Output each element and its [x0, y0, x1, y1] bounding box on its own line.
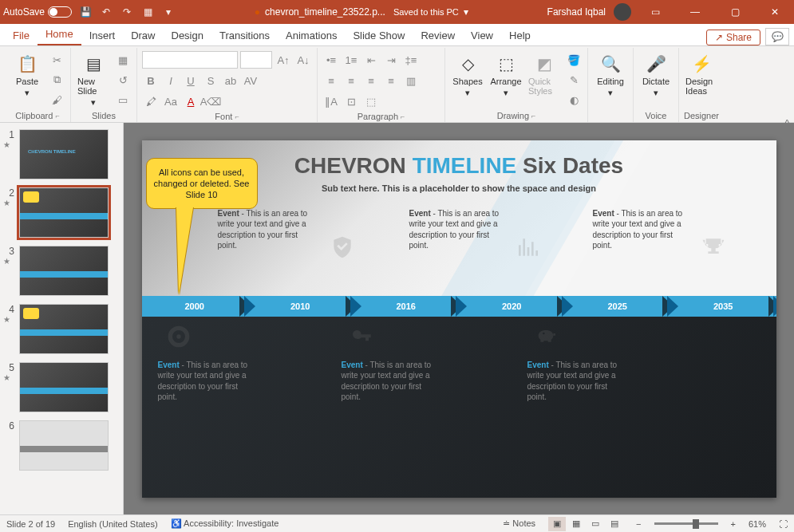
- qat-dropdown-icon[interactable]: ▾: [161, 5, 176, 19]
- dialog-launcher-icon[interactable]: ⌐: [55, 112, 59, 120]
- shape-fill-icon[interactable]: 🪣: [565, 51, 583, 69]
- minimize-icon[interactable]: —: [679, 0, 711, 24]
- user-name[interactable]: Farshad Iqbal: [547, 6, 606, 18]
- format-painter-icon[interactable]: 🖌: [48, 91, 65, 108]
- reset-icon[interactable]: ↺: [114, 71, 132, 89]
- event-text-top[interactable]: Event - This is an area to write your te…: [409, 208, 505, 251]
- tab-view[interactable]: View: [463, 26, 501, 45]
- shape-outline-icon[interactable]: ✎: [565, 71, 583, 89]
- cut-icon[interactable]: ✂: [48, 51, 65, 69]
- increase-indent-icon[interactable]: ⇥: [382, 51, 400, 69]
- slide-sorter-icon[interactable]: ▦: [567, 517, 585, 531]
- autosave-toggle[interactable]: [48, 6, 72, 18]
- slide-editor-canvas[interactable]: CHEVRON TIMELINE Six Dates Sub text here…: [124, 123, 794, 514]
- event-text-bottom[interactable]: Event - This is an area to write your te…: [342, 360, 437, 403]
- italic-icon[interactable]: I: [162, 72, 180, 89]
- zoom-in-icon[interactable]: +: [731, 519, 736, 529]
- arrange-button[interactable]: ⬚Arrange▾: [488, 51, 523, 100]
- font-family-select[interactable]: [142, 51, 238, 69]
- design-ideas-button[interactable]: ⚡Design Ideas: [684, 51, 719, 97]
- share-button[interactable]: ↗ Share: [706, 30, 760, 45]
- justify-icon[interactable]: ≡: [382, 72, 400, 89]
- text-direction-icon[interactable]: ‖A: [322, 93, 340, 110]
- copy-icon[interactable]: ⧉: [48, 71, 65, 89]
- redo-icon[interactable]: ↷: [120, 5, 134, 19]
- paste-button[interactable]: 📋 Paste ▾: [10, 51, 45, 100]
- tab-file[interactable]: File: [5, 26, 38, 45]
- event-text-top[interactable]: Event - This is an area to write your te…: [593, 208, 689, 251]
- normal-view-icon[interactable]: ▣: [548, 517, 566, 531]
- bullets-icon[interactable]: •≡: [322, 51, 340, 69]
- columns-icon[interactable]: ▥: [402, 72, 420, 89]
- start-from-beginning-icon[interactable]: ▦: [140, 5, 155, 19]
- dialog-launcher-icon[interactable]: ⌐: [531, 112, 535, 120]
- save-status-dropdown-icon[interactable]: ▾: [464, 6, 468, 18]
- tab-transitions[interactable]: Transitions: [211, 26, 278, 45]
- shapes-button[interactable]: ◇Shapes▾: [450, 51, 485, 100]
- accessibility-status[interactable]: ♿ Accessibility: Investigate: [171, 518, 279, 529]
- thumbnail-6[interactable]: 6: [3, 420, 120, 471]
- slideshow-view-icon[interactable]: ▤: [606, 517, 623, 531]
- tab-slideshow[interactable]: Slide Show: [345, 26, 413, 45]
- tab-design[interactable]: Design: [164, 26, 211, 45]
- align-right-icon[interactable]: ≡: [362, 72, 380, 89]
- thumbnail-3[interactable]: 3★: [3, 246, 120, 296]
- layout-icon[interactable]: ▦: [114, 51, 132, 69]
- tab-draw[interactable]: Draw: [123, 26, 163, 45]
- line-spacing-icon[interactable]: ‡≡: [402, 51, 420, 69]
- underline-icon[interactable]: U: [182, 72, 199, 89]
- thumbnail-4[interactable]: 4★: [3, 304, 120, 354]
- tab-home[interactable]: Home: [38, 24, 81, 45]
- slide-position[interactable]: Slide 2 of 19: [6, 519, 55, 529]
- shape-effects-icon[interactable]: ◐: [565, 91, 583, 108]
- align-text-icon[interactable]: ⊡: [342, 93, 360, 110]
- tab-animations[interactable]: Animations: [278, 26, 345, 45]
- align-left-icon[interactable]: ≡: [322, 72, 340, 89]
- maximize-icon[interactable]: ▢: [719, 0, 751, 24]
- slide-preview[interactable]: CHEVRON TIMELINE Six Dates Sub text here…: [142, 140, 776, 498]
- section-icon[interactable]: ▭: [114, 91, 132, 108]
- slide-thumbnail-panel[interactable]: 1★CHEVRON TIMELINE 2★ 3★ 4★ 5★ 6: [0, 123, 124, 514]
- zoom-out-icon[interactable]: −: [636, 519, 641, 529]
- dictate-button[interactable]: 🎤Dictate▾: [638, 51, 674, 100]
- dialog-launcher-icon[interactable]: ⌐: [235, 112, 239, 120]
- user-avatar[interactable]: [614, 3, 631, 21]
- tab-help[interactable]: Help: [501, 26, 539, 45]
- thumbnail-5[interactable]: 5★: [3, 362, 120, 412]
- decrease-font-icon[interactable]: A↓: [294, 51, 312, 69]
- thumbnail-1[interactable]: 1★CHEVRON TIMELINE: [3, 129, 120, 179]
- reading-view-icon[interactable]: ▭: [587, 517, 604, 531]
- comments-button[interactable]: 💬: [765, 28, 789, 45]
- fit-to-window-icon[interactable]: ⛶: [779, 519, 788, 529]
- undo-icon[interactable]: ↶: [99, 5, 113, 19]
- language-status[interactable]: English (United States): [68, 519, 158, 529]
- tab-review[interactable]: Review: [413, 26, 463, 45]
- callout[interactable]: All icons can be used, changed or delete…: [146, 158, 258, 296]
- close-icon[interactable]: ✕: [759, 0, 791, 24]
- align-center-icon[interactable]: ≡: [342, 72, 360, 89]
- change-case-icon[interactable]: Aa: [162, 93, 180, 110]
- zoom-level[interactable]: 61%: [749, 519, 766, 529]
- highlight-icon[interactable]: 🖍: [142, 93, 160, 110]
- character-spacing-icon[interactable]: AV: [242, 72, 259, 89]
- dialog-launcher-icon[interactable]: ⌐: [401, 112, 405, 120]
- notes-button[interactable]: ≐ Notes: [503, 518, 535, 529]
- decrease-indent-icon[interactable]: ⇤: [362, 51, 380, 69]
- numbering-icon[interactable]: 1≡: [342, 51, 360, 69]
- font-color-icon[interactable]: A: [182, 93, 199, 110]
- ribbon-display-icon[interactable]: ▭: [639, 0, 671, 24]
- autosave-control[interactable]: AutoSave: [3, 6, 72, 18]
- event-text-bottom[interactable]: Event - This is an area to write your te…: [527, 360, 623, 403]
- zoom-thumb[interactable]: [693, 519, 699, 529]
- bold-icon[interactable]: B: [142, 72, 160, 89]
- event-text-bottom[interactable]: Event - This is an area to write your te…: [158, 360, 254, 403]
- increase-font-icon[interactable]: A↑: [275, 51, 292, 69]
- tab-insert[interactable]: Insert: [81, 26, 124, 45]
- zoom-slider[interactable]: [654, 522, 718, 525]
- smartart-icon[interactable]: ⬚: [362, 93, 380, 110]
- shadow-icon[interactable]: ab: [222, 72, 239, 89]
- editing-button[interactable]: 🔍Editing▾: [593, 51, 628, 100]
- save-icon[interactable]: 💾: [78, 5, 93, 19]
- font-size-select[interactable]: [240, 51, 272, 69]
- strikethrough-icon[interactable]: S: [202, 72, 219, 89]
